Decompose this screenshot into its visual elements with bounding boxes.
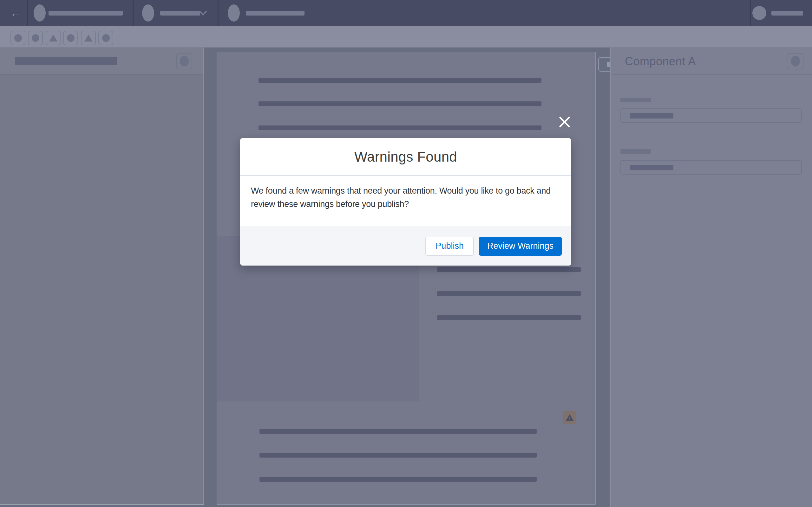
circle-icon — [791, 56, 800, 66]
modal-title: Warnings Found — [354, 149, 457, 165]
field-label-placeholder — [620, 149, 651, 154]
page-icon — [142, 4, 154, 21]
triangle-icon — [84, 35, 93, 42]
circle-icon — [180, 56, 189, 66]
placeholder-line — [259, 453, 537, 458]
placeholder-bar — [630, 113, 673, 118]
top-navigation-bar: ← — [0, 0, 812, 26]
tool-button-4[interactable] — [63, 31, 78, 45]
divider — [133, 0, 134, 26]
field-label-placeholder — [620, 98, 651, 102]
placeholder-bar — [49, 11, 123, 15]
placeholder-bar — [246, 11, 305, 15]
placeholder-line — [259, 477, 537, 482]
chevron-down-icon[interactable] — [197, 8, 209, 18]
modal-close-button[interactable] — [557, 114, 572, 130]
site-icon — [34, 4, 46, 21]
properties-panel-title: Component A — [625, 48, 696, 75]
tool-button-1[interactable] — [10, 31, 26, 45]
circle-icon — [102, 34, 110, 42]
warnings-modal: Warnings Found We found a few warnings t… — [240, 138, 571, 266]
back-arrow-icon: ← — [10, 6, 21, 20]
modal-body-text: We found a few warnings that need your a… — [240, 176, 571, 227]
modal-header: Warnings Found — [240, 138, 571, 176]
component-properties-panel: Component A — [610, 48, 812, 507]
circle-icon — [32, 34, 39, 42]
tool-button-2[interactable] — [28, 31, 43, 45]
properties-header-button[interactable] — [788, 53, 803, 69]
placeholder-bar — [630, 165, 673, 170]
placeholder-bar — [771, 11, 803, 15]
review-warnings-button[interactable]: Review Warnings — [479, 237, 562, 256]
placeholder-line — [258, 78, 542, 83]
tool-button-6[interactable] — [98, 31, 113, 45]
left-sidebar-panel — [0, 48, 204, 505]
placeholder-line — [258, 101, 542, 106]
back-button[interactable]: ← — [6, 0, 26, 26]
circle-icon — [14, 34, 22, 42]
publish-anyway-button[interactable]: Publish — [425, 237, 474, 256]
builder-toolbar: ! Publish Save — [0, 26, 812, 48]
modal-footer: Publish Review Warnings — [240, 227, 571, 265]
view-icon — [228, 4, 240, 21]
placeholder-line — [437, 315, 581, 320]
tool-button-3[interactable] — [46, 31, 61, 45]
placeholder-bar — [15, 57, 117, 65]
sidebar-header — [0, 48, 203, 75]
divider — [750, 0, 751, 26]
placeholder-line — [259, 429, 537, 434]
review-warnings-label: Review Warnings — [487, 241, 554, 251]
placeholder-line — [437, 291, 581, 296]
tool-button-5[interactable] — [81, 31, 96, 45]
close-icon — [558, 116, 571, 128]
warning-triangle-icon: ! — [565, 414, 574, 421]
publish-button-label: Publish — [436, 241, 464, 251]
page-canvas: ! — [217, 52, 596, 505]
placeholder-line — [437, 267, 581, 272]
avatar — [752, 6, 766, 20]
sidebar-header-button[interactable] — [176, 53, 192, 69]
badge-exclamation: ! — [569, 416, 570, 421]
circle-icon — [67, 34, 74, 42]
component-warning-badge[interactable]: ! — [563, 411, 576, 424]
property-input-2[interactable] — [620, 160, 802, 175]
divider — [27, 0, 28, 26]
placeholder-bar — [160, 11, 200, 15]
property-input-1[interactable] — [620, 108, 802, 123]
triangle-icon — [49, 35, 57, 42]
properties-header: Component A — [611, 48, 812, 75]
app-root: ← — [0, 0, 812, 507]
divider — [217, 0, 218, 26]
placeholder-line — [258, 125, 542, 130]
